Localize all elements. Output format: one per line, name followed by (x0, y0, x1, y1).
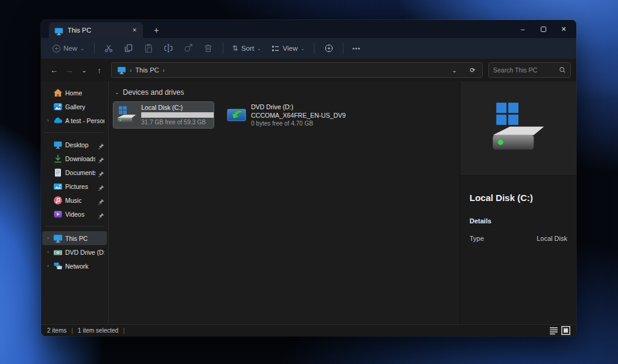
drive-free-space: 0 bytes free of 4.70 GB (251, 120, 320, 127)
sidebar-item-label: Desktop (65, 141, 89, 148)
selection-count: 1 item selected (78, 327, 118, 334)
maximize-button[interactable] (533, 21, 553, 37)
desktop-wallpaper: This PC ✕ + – ✕ + New ⌄ (0, 0, 618, 364)
address-dropdown-icon[interactable]: ⌄ (447, 67, 462, 74)
sidebar-item-onedrive[interactable]: › A test - Personal (42, 113, 107, 127)
sidebar-item-network[interactable]: › Network (42, 259, 107, 273)
details-title: Local Disk (C:) (470, 193, 567, 203)
search-input[interactable] (493, 66, 556, 74)
sidebar-item-videos[interactable]: Videos (42, 207, 107, 221)
drive-tile-dvd-drive-d[interactable]: DVD Drive (D:) CCCOMA_X64FRE_EN-US_DV9 0… (223, 102, 323, 128)
large-icons-view-button[interactable] (561, 326, 570, 335)
sidebar-item-label: Documents (65, 169, 95, 176)
see-more-button[interactable]: ••• (348, 45, 366, 52)
command-toolbar: + New ⌄ ⇅ (41, 38, 576, 59)
refresh-icon[interactable]: ⟳ (465, 66, 480, 74)
details-preview (460, 81, 576, 176)
drive-volume-label: CCCOMA_X64FRE_EN-US_DV9 (251, 112, 320, 119)
copy-button[interactable] (119, 40, 139, 56)
breadcrumb-this-pc[interactable]: This PC (135, 66, 159, 74)
breadcrumb-chevron[interactable]: › (162, 67, 164, 74)
music-icon (53, 196, 63, 205)
sidebar-item-label: A test - Personal (65, 117, 104, 124)
cut-icon (104, 43, 113, 53)
up-button[interactable]: ↑ (92, 63, 107, 78)
share-button[interactable] (179, 40, 199, 56)
disc-button[interactable] (319, 40, 339, 56)
videos-icon (53, 209, 63, 219)
expand-chevron-icon[interactable]: › (45, 235, 51, 241)
back-button[interactable]: ← (46, 63, 62, 78)
sidebar-divider (45, 132, 104, 133)
drive-tiles: Local Disk (C:) 31.7 GB free of 59.3 GB (113, 102, 460, 128)
pin-icon (98, 155, 104, 162)
trash-icon (203, 43, 213, 53)
chevron-down-icon: ⌄ (301, 46, 305, 51)
collapse-chevron-icon[interactable]: ⌄ (115, 89, 119, 95)
drive-name: DVD Drive (D:) (251, 103, 320, 110)
sidebar-item-desktop[interactable]: Desktop (42, 138, 107, 152)
sidebar-item-label: Videos (65, 211, 84, 218)
sidebar-item-documents[interactable]: Documents (42, 165, 107, 179)
details-row-label: Type (470, 235, 484, 242)
downloads-icon (53, 154, 63, 164)
details-view-icon (549, 326, 558, 335)
file-list-area: ⌄ Devices and drives (109, 81, 460, 324)
sidebar-item-label: Gallery (65, 103, 85, 110)
drive-free-space: 31.7 GB free of 59.3 GB (141, 119, 211, 126)
sidebar-item-label: Home (65, 89, 82, 97)
sidebar-item-music[interactable]: Music (42, 193, 107, 207)
tab-close-icon[interactable]: ✕ (130, 25, 139, 35)
items-count: 2 items (47, 327, 66, 334)
home-icon (53, 88, 63, 98)
tab-this-pc[interactable]: This PC ✕ (49, 22, 143, 38)
network-icon (53, 261, 63, 271)
sidebar-item-downloads[interactable]: Downloads (42, 152, 107, 165)
paste-button[interactable] (139, 40, 159, 56)
tab-bar: This PC ✕ + – ✕ (41, 20, 576, 38)
chevron-down-icon: ⌄ (80, 46, 84, 51)
gallery-icon (53, 102, 63, 112)
group-header-devices-and-drives[interactable]: ⌄ Devices and drives (115, 88, 460, 97)
minimize-button[interactable]: – (512, 21, 533, 37)
share-icon (183, 43, 193, 53)
rename-icon (164, 43, 173, 53)
search-box[interactable] (488, 62, 571, 78)
cut-button[interactable] (99, 40, 119, 56)
expand-chevron-icon[interactable]: › (45, 118, 51, 123)
drive-name: Local Disk (C:) (141, 104, 211, 111)
sort-button[interactable]: ⇅ Sort ⌄ (228, 40, 266, 56)
address-bar[interactable]: › This PC › ⌄ ⟳ (111, 62, 483, 78)
new-tab-button[interactable]: + (149, 22, 164, 38)
expand-chevron-icon[interactable]: › (45, 249, 51, 255)
rename-button[interactable] (159, 40, 179, 56)
pin-icon (98, 141, 104, 148)
capacity-bar (141, 112, 214, 118)
pin-icon (98, 183, 104, 190)
view-grid-icon (271, 44, 280, 53)
sidebar-item-pictures[interactable]: Pictures (42, 179, 107, 193)
toolbar-separator (343, 43, 343, 54)
new-button[interactable]: + New ⌄ (47, 40, 90, 56)
recent-locations-button[interactable]: ⌄ (77, 63, 92, 78)
status-bar: 2 items | 1 item selected | (41, 324, 576, 336)
details-view-button[interactable] (549, 326, 558, 335)
details-type-row: Type Local Disk (470, 235, 567, 242)
close-button[interactable]: ✕ (553, 21, 574, 37)
sidebar-item-this-pc[interactable]: › This PC (42, 231, 107, 245)
sidebar-item-home[interactable]: Home (42, 86, 107, 100)
large-icons-view-icon (561, 326, 570, 335)
main-area: Home Gallery › A test - Personal Desktop (41, 81, 576, 324)
delete-button[interactable] (199, 40, 218, 56)
sidebar-divider (45, 226, 104, 226)
forward-button[interactable]: → (62, 63, 77, 78)
documents-icon (53, 168, 63, 177)
status-separator: | (123, 327, 125, 334)
sidebar-item-dvd-drive[interactable]: › DVD Drive (D:) CCC (42, 245, 107, 259)
tab-title: This PC (68, 27, 126, 34)
sidebar-item-gallery[interactable]: Gallery (42, 100, 107, 113)
expand-chevron-icon[interactable]: › (45, 263, 51, 269)
view-button[interactable]: View ⌄ (266, 40, 310, 56)
copy-icon (124, 43, 133, 53)
drive-tile-local-disk-c[interactable]: Local Disk (C:) 31.7 GB free of 59.3 GB (113, 102, 214, 128)
